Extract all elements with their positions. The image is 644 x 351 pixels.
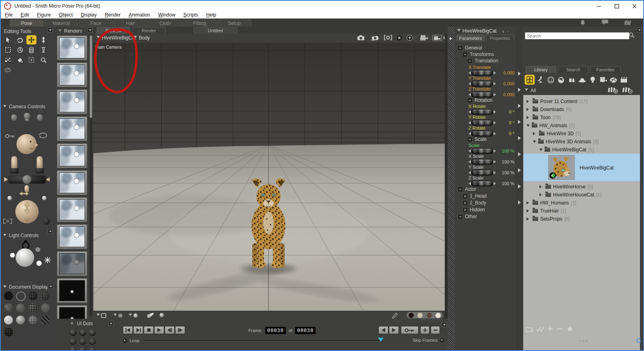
step-forward-button[interactable] [175,326,185,334]
section-general[interactable]: General [458,45,482,51]
view-magnifier-tool[interactable] [39,56,48,64]
search-input[interactable] [525,32,630,39]
previous-key-button[interactable] [378,326,388,334]
dial-decrement-arrow[interactable] [467,93,471,96]
dial-value[interactable]: 0.000 [497,70,514,75]
expand-panel-arrow-icon[interactable] [450,37,454,40]
section-hidden[interactable]: Hidden [463,207,485,213]
menu-help[interactable]: Help [206,12,216,18]
dial-increment-arrow[interactable] [493,93,497,96]
twist-tool[interactable] [15,45,25,54]
taper-tool[interactable] [39,45,48,54]
category-figures-icon[interactable] [525,75,535,85]
tab-setup[interactable]: Setup [217,19,251,27]
render-thumbnail[interactable] [57,116,87,141]
render-thumbnail[interactable] [57,62,87,87]
grouping-tool[interactable] [15,56,25,64]
dial-value[interactable]: 100 % [497,181,514,186]
collapse-triangle-icon[interactable] [3,105,6,109]
display-style-cartoon[interactable] [41,304,50,312]
minimize-button[interactable] [590,1,608,11]
tab-fitting[interactable]: Fitting [183,19,217,27]
display-style-flat-shaded[interactable] [16,304,25,312]
collapse-box-icon[interactable] [458,187,462,192]
section-1-head[interactable]: 1_Head [463,193,487,199]
dial-decrement-arrow[interactable] [467,171,471,174]
shadow-toggle-icon[interactable] [159,313,164,318]
editing-tools-menu-button[interactable] [47,27,53,33]
display-style-silhouette[interactable] [4,291,13,300]
ui-dot[interactable] [89,338,96,345]
color-swatch-foreground[interactable] [409,313,414,318]
tree-item-truehair[interactable]: TrueHair[1] [523,207,643,215]
display-style-lit-wireframe[interactable] [4,304,13,312]
tracking-box-dropdown[interactable] [97,313,106,318]
category-expressions-icon[interactable] [546,75,555,85]
dial-slider[interactable] [471,170,493,176]
collapse-box-icon[interactable] [458,46,462,50]
expand-box-icon[interactable] [463,208,467,212]
dial-slider[interactable] [471,181,493,186]
dial-increment-arrow[interactable] [493,71,497,74]
last-frame-button[interactable] [133,326,143,334]
dial-value[interactable]: 100 % [497,170,514,175]
ui-dot[interactable] [70,329,76,336]
figure-selector-dropdown[interactable]: HiveWireBigCat [97,35,136,41]
tab-pose[interactable]: Pose [10,19,43,27]
collapse-arrow-icon[interactable] [539,149,543,153]
ui-dot[interactable] [79,338,86,345]
library-books-icon[interactable] [624,19,631,26]
tab-face[interactable]: Face [79,19,113,27]
next-actor-arrow[interactable]: › [507,28,509,34]
ui-dots-menu-button[interactable] [108,321,114,326]
tab-properties[interactable]: Properties [486,35,514,41]
library-menu-button[interactable] [637,27,642,33]
parameters-library-splitter[interactable] [516,27,522,351]
dial-increment-arrow[interactable] [493,160,497,163]
tracking-full-dropdown[interactable] [129,313,138,318]
aperture-dot-icon[interactable] [396,35,402,41]
scene-3d-view[interactable]: Main Camera [93,43,445,311]
ui-dot[interactable] [70,347,76,351]
render-thumbnail[interactable] [57,251,87,276]
render-thumbnail[interactable] [57,170,87,195]
dial-decrement-arrow[interactable] [467,82,471,85]
light-controls-cluster[interactable] [1,240,54,279]
dial-increment-arrow[interactable] [493,182,497,185]
menu-scripts[interactable]: Scripts [184,12,198,18]
render-thumbnail[interactable] [57,89,87,114]
display-style-outline[interactable] [16,291,26,301]
dial-increment-arrow[interactable] [493,132,497,135]
dial-slider[interactable] [471,148,493,154]
timeline-position-marker[interactable] [378,338,384,345]
actor-selector-dropdown[interactable]: Body [134,35,150,41]
translate-in-out-tool[interactable] [39,35,48,44]
display-style-texture-shaded[interactable] [41,316,50,324]
selected-library-item[interactable]: HiveWireBigCat [523,154,640,181]
section-scale[interactable]: Scale [468,136,487,142]
dial-decrement-arrow[interactable] [467,132,471,135]
more-options-icon[interactable] [579,340,588,342]
tree-item-downloads[interactable]: Downloads[0] [523,105,643,114]
render-thumbnail[interactable] [57,35,87,60]
section-2-body[interactable]: 2_Body [463,200,486,206]
chat-icon[interactable] [601,19,609,26]
ui-dot[interactable] [79,347,86,351]
category-hands-icon[interactable] [567,75,576,85]
section-rotation[interactable]: Rotation [468,97,493,103]
dial-value[interactable]: 0 ° [497,120,514,125]
render-thumbnail[interactable] [57,278,87,303]
dial-increment-arrow[interactable] [493,82,497,85]
search-icon[interactable] [629,32,635,38]
category-cameras-icon[interactable] [598,75,608,85]
collapse-arrow-icon[interactable] [526,124,530,128]
section-actor[interactable]: Actor [458,186,476,192]
camera-name-label[interactable]: Main Camera [95,45,122,50]
dial-slider[interactable] [471,92,493,97]
dial-decrement-arrow[interactable] [467,110,471,114]
section-other[interactable]: Other [458,214,477,219]
expand-arrow-icon[interactable] [539,185,543,188]
pencil-edit-icon[interactable] [391,312,398,318]
expand-arrow-icon[interactable] [526,209,530,213]
library-item-thumbnail[interactable] [548,155,575,180]
